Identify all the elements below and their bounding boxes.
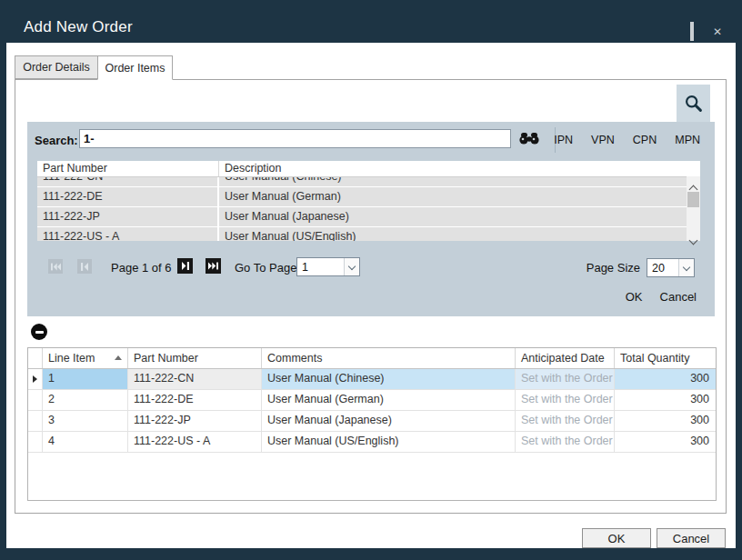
search-input[interactable] xyxy=(79,129,511,148)
page-indicator: Page 1 of 6 xyxy=(111,261,172,275)
results-body: 111-222-CN User Manual (Chinese) 111-222… xyxy=(37,177,687,241)
dialog-window: Add New Order ✕ Order Details Order Item… xyxy=(0,0,742,560)
previous-page-icon xyxy=(81,263,88,271)
cell-total-quantity[interactable]: 300 xyxy=(615,432,716,452)
grid-row[interactable]: 2 111-222-DE User Manual (German) Set wi… xyxy=(28,390,716,411)
cell-part-number[interactable]: 111-222-JP xyxy=(128,411,262,431)
column-header-total-quantity[interactable]: Total Quantity xyxy=(615,348,716,368)
page-size-select[interactable]: 20 xyxy=(647,258,695,277)
go-to-page-value: 1 xyxy=(297,261,344,274)
cell-comments[interactable]: User Manual (US/English) xyxy=(262,432,516,452)
cpn-button[interactable]: CPN xyxy=(633,134,657,146)
column-header-part-number[interactable]: Part Number xyxy=(37,161,219,176)
cell-part-number: 111-222-US - A xyxy=(37,227,219,241)
vertical-scrollbar[interactable] xyxy=(687,176,700,241)
table-row[interactable]: 111-222-US - A User Manual (US/English) xyxy=(37,227,687,241)
ok-button[interactable]: OK xyxy=(582,528,651,548)
cell-part-number[interactable]: 111-222-CN xyxy=(128,369,262,389)
binoculars-icon[interactable] xyxy=(516,131,542,149)
cell-description: User Manual (Japanese) xyxy=(219,207,687,226)
scrollbar-thumb[interactable] xyxy=(687,192,699,207)
search-label: Search: xyxy=(35,134,78,147)
first-page-button[interactable] xyxy=(48,259,63,274)
ok-button-label: OK xyxy=(608,532,626,545)
go-to-page-label: Go To Page xyxy=(235,261,296,275)
search-panel-actions: OK Cancel xyxy=(626,290,697,304)
cell-description: User Manual (German) xyxy=(219,187,687,206)
row-indicator-icon xyxy=(33,375,37,383)
column-header-comments[interactable]: Comments xyxy=(262,348,516,368)
remove-row-button[interactable] xyxy=(31,324,47,340)
column-header-anticipated-date[interactable]: Anticipated Date xyxy=(516,348,615,368)
column-header-label: Line Item xyxy=(48,352,95,365)
search-expander-button[interactable] xyxy=(677,85,710,122)
cell-anticipated-date[interactable]: Set with the Order xyxy=(516,432,615,452)
page-size-group: Page Size 20 xyxy=(587,258,695,277)
window-title: Add New Order xyxy=(24,18,133,36)
next-page-icon xyxy=(182,262,189,270)
scroll-up-icon[interactable] xyxy=(690,180,697,186)
cell-comments[interactable]: User Manual (Japanese) xyxy=(262,411,516,431)
maximize-icon[interactable] xyxy=(690,24,694,40)
chevron-down-icon[interactable] xyxy=(678,259,694,276)
cancel-button[interactable]: Cancel xyxy=(657,528,726,548)
cell-part-number: 111-222-DE xyxy=(37,187,219,206)
cell-line-item[interactable]: 4 xyxy=(43,432,128,452)
cell-total-quantity[interactable]: 300 xyxy=(615,369,716,389)
last-page-icon xyxy=(208,262,218,270)
cell-anticipated-date[interactable]: Set with the Order xyxy=(516,390,615,410)
search-panel: Search: IPN VPN xyxy=(27,122,715,316)
close-icon[interactable]: ✕ xyxy=(713,25,722,38)
search-results-table: Part Number Description 111-222-CN User … xyxy=(37,161,700,241)
cell-anticipated-date[interactable]: Set with the Order xyxy=(516,411,615,431)
cell-part-number[interactable]: 111-222-US - A xyxy=(128,432,262,452)
previous-page-button[interactable] xyxy=(77,259,92,274)
grid-row[interactable]: 4 111-222-US - A User Manual (US/English… xyxy=(28,432,716,453)
tab-order-details[interactable]: Order Details xyxy=(15,55,97,79)
ipn-button[interactable]: IPN xyxy=(554,134,573,146)
vpn-button[interactable]: VPN xyxy=(591,134,615,146)
table-row[interactable]: 111-222-CN User Manual (Chinese) xyxy=(37,177,687,187)
column-header-part-number[interactable]: Part Number xyxy=(128,348,262,368)
grid-row[interactable]: 1 111-222-CN User Manual (Chinese) Set w… xyxy=(28,369,716,390)
cell-line-item[interactable]: 3 xyxy=(43,411,128,431)
cell-anticipated-date[interactable]: Set with the Order xyxy=(516,369,615,389)
next-page-button[interactable] xyxy=(177,258,193,274)
tab-order-items-label: Order Items xyxy=(105,62,165,75)
cell-part-number: 111-222-JP xyxy=(37,207,219,226)
go-to-page-select[interactable]: 1 xyxy=(296,257,360,276)
cell-comments[interactable]: User Manual (German) xyxy=(262,390,516,410)
last-page-button[interactable] xyxy=(206,258,221,274)
scroll-down-icon[interactable] xyxy=(690,231,697,237)
search-ok-button[interactable]: OK xyxy=(626,290,643,304)
order-items-tabpage: Search: IPN VPN xyxy=(15,79,727,514)
cell-part-number: 111-222-CN xyxy=(37,177,219,186)
grid-header-row: Line Item Part Number Comments Anticipat… xyxy=(28,348,716,369)
tab-order-details-label: Order Details xyxy=(23,61,90,74)
magnifier-icon xyxy=(684,94,703,113)
minus-icon xyxy=(35,331,44,334)
filter-buttons: IPN VPN CPN MPN xyxy=(554,134,700,146)
cell-description: User Manual (US/English) xyxy=(219,227,687,241)
cell-comments[interactable]: User Manual (Chinese) xyxy=(262,369,516,389)
table-row[interactable]: 111-222-JP User Manual (Japanese) xyxy=(37,207,687,227)
window-controls: ✕ xyxy=(671,25,722,38)
cancel-button-label: Cancel xyxy=(673,532,709,545)
table-row[interactable]: 111-222-DE User Manual (German) xyxy=(37,187,687,207)
column-header-description[interactable]: Description xyxy=(219,161,700,176)
cell-part-number[interactable]: 111-222-DE xyxy=(128,390,262,410)
row-indicator-header xyxy=(28,348,43,368)
mpn-button[interactable]: MPN xyxy=(675,134,700,146)
cell-total-quantity[interactable]: 300 xyxy=(615,411,716,431)
tab-order-items[interactable]: Order Items xyxy=(97,55,173,80)
dialog-content: Order Details Order Items Search: xyxy=(6,43,736,548)
first-page-icon xyxy=(51,263,61,271)
cell-line-item[interactable]: 1 xyxy=(43,369,128,389)
results-header-row: Part Number Description xyxy=(37,161,700,177)
cell-line-item[interactable]: 2 xyxy=(43,390,128,410)
search-cancel-button[interactable]: Cancel xyxy=(660,290,697,304)
grid-row[interactable]: 3 111-222-JP User Manual (Japanese) Set … xyxy=(28,411,716,432)
cell-total-quantity[interactable]: 300 xyxy=(615,390,716,410)
chevron-down-icon[interactable] xyxy=(344,258,359,275)
column-header-line-item[interactable]: Line Item xyxy=(43,348,128,368)
